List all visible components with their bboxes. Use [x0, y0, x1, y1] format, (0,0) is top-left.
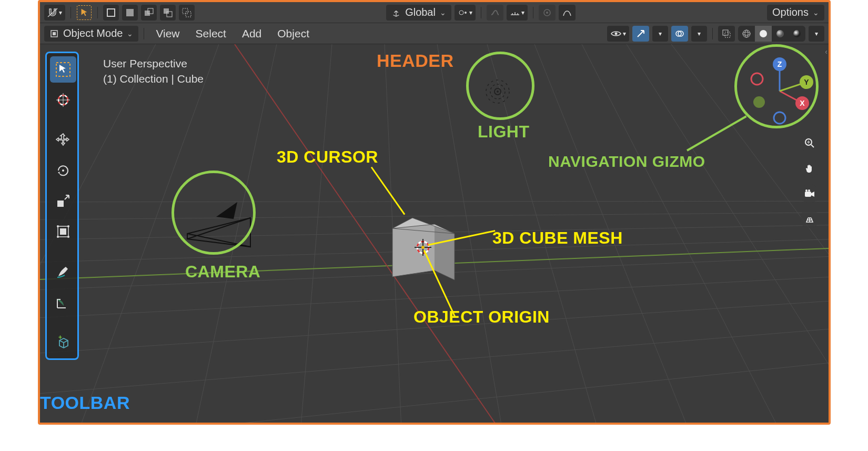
xray-toggle[interactable]: [718, 26, 735, 42]
n-panel-toggle[interactable]: ‹: [825, 47, 827, 56]
options-dropdown[interactable]: Options ⌄: [767, 5, 824, 21]
select-box-icon: [54, 61, 72, 78]
select-tool-indicator[interactable]: [76, 5, 92, 21]
gizmo-options-dropdown[interactable]: ▾: [652, 26, 668, 42]
transform-orientation-dropdown[interactable]: Global ⌄: [386, 5, 451, 21]
camera-view-button[interactable]: [800, 184, 819, 203]
perspective-label: User Perspective: [103, 56, 204, 71]
snap-options-dropdown[interactable]: ▾: [507, 5, 528, 21]
separator: [97, 7, 98, 18]
svg-point-22: [745, 30, 748, 37]
wireframe-sphere-icon: [741, 28, 752, 39]
overlays-toggle[interactable]: [671, 26, 688, 42]
viewport-nav-buttons: [800, 134, 819, 228]
chevron-down-icon: ⌄: [127, 29, 133, 38]
pivot-dropdown[interactable]: ▾: [455, 5, 476, 21]
annotation-circle-gizmo: [734, 44, 819, 128]
svg-point-76: [57, 236, 59, 238]
move-icon: [55, 132, 71, 148]
grid-perspective-icon: [804, 214, 815, 224]
annotation-cube-mesh: 3D CUBE MESH: [492, 228, 623, 248]
tool-cursor[interactable]: [50, 87, 76, 113]
overlays-options-dropdown[interactable]: ▾: [691, 26, 707, 42]
shading-wireframe[interactable]: [738, 26, 755, 42]
snap-toggle[interactable]: [487, 5, 503, 21]
perspective-toggle-button[interactable]: [800, 209, 819, 228]
annotation-object-origin: OBJECT ORIGIN: [413, 307, 550, 327]
svg-rect-1: [107, 9, 115, 16]
shading-options-dropdown[interactable]: ▾: [809, 26, 824, 42]
tool-rotate[interactable]: [50, 157, 76, 184]
3d-viewport[interactable]: User Perspective (1) Collection | Cube: [40, 44, 829, 423]
tool-annotate[interactable]: [50, 258, 76, 285]
selection-mode-3[interactable]: [141, 5, 157, 21]
svg-point-9: [459, 11, 463, 15]
svg-point-77: [67, 236, 69, 238]
scale-icon: [55, 193, 71, 209]
overlays-icon: [674, 28, 685, 39]
header-row-2: Object Mode ⌄ View Select Add Object ▾ ▾…: [40, 23, 829, 44]
selection-mode-2[interactable]: [122, 5, 138, 21]
svg-rect-72: [60, 228, 66, 235]
squares-subtract-icon: [163, 8, 173, 17]
chevron-down-icon: ⌄: [813, 8, 819, 17]
selection-mode-1[interactable]: [103, 5, 119, 21]
svg-point-74: [57, 225, 59, 227]
eye-icon: [610, 29, 622, 38]
proportional-falloff-dropdown[interactable]: [559, 5, 576, 21]
add-cube-icon: +: [55, 334, 71, 350]
svg-point-23: [760, 30, 767, 37]
svg-rect-71: [57, 201, 64, 207]
blender-3d-viewport-window: ▾ Global ⌄ ▾ ▾: [38, 0, 831, 425]
separator: [712, 28, 713, 39]
axes-icon: [391, 8, 401, 17]
menu-select[interactable]: Select: [189, 26, 233, 42]
svg-rect-19: [725, 32, 730, 37]
tool-add-primitive[interactable]: +: [50, 329, 76, 355]
svg-point-56: [421, 246, 425, 249]
mode-dropdown[interactable]: Object Mode ⌄: [44, 26, 138, 42]
rendered-sphere-icon: [792, 28, 802, 39]
svg-rect-2: [126, 9, 134, 16]
menu-object[interactable]: Object: [271, 26, 316, 42]
svg-point-15: [615, 32, 618, 35]
shading-solid[interactable]: [755, 26, 772, 42]
tool-measure[interactable]: [50, 289, 76, 315]
transform-orientation-label: Global: [405, 6, 436, 18]
svg-line-30: [40, 294, 829, 360]
menu-view[interactable]: View: [149, 26, 186, 42]
proportional-edit-toggle[interactable]: [539, 5, 556, 21]
separator: [533, 7, 533, 18]
tool-move[interactable]: [50, 127, 76, 153]
pan-button[interactable]: [800, 159, 819, 178]
measure-ruler-icon: [55, 294, 71, 310]
shading-rendered[interactable]: [789, 26, 805, 42]
menu-add[interactable]: Add: [236, 26, 268, 42]
annotate-pencil-icon: [55, 264, 71, 279]
shading-material[interactable]: [772, 26, 789, 42]
magnet-snap-dropdown[interactable]: ▾: [44, 5, 65, 21]
magnet-icon: [47, 7, 58, 18]
cube-mesh[interactable]: [371, 202, 466, 297]
rotate-icon: [55, 163, 71, 178]
svg-line-32: [40, 352, 829, 423]
tool-transform[interactable]: [50, 218, 76, 245]
zoom-button[interactable]: [800, 134, 819, 153]
svg-point-70: [62, 169, 64, 172]
svg-text:+: +: [58, 334, 62, 341]
tool-scale[interactable]: [50, 188, 76, 214]
camera-icon: [804, 188, 815, 199]
annotation-nav-gizmo: NAVIGATION GIZMO: [548, 153, 705, 171]
selection-mode-4[interactable]: [160, 5, 176, 21]
visibility-dropdown[interactable]: ▾: [607, 26, 629, 42]
annotation-light: LIGHT: [478, 122, 529, 142]
svg-point-21: [743, 32, 750, 35]
tool-select-box[interactable]: [50, 56, 76, 83]
gizmo-toggle[interactable]: [632, 26, 649, 42]
magnify-plus-icon: [804, 138, 815, 148]
svg-point-75: [67, 225, 69, 227]
svg-point-20: [743, 30, 750, 37]
mode-label: Object Mode: [63, 27, 123, 39]
selection-mode-5[interactable]: [179, 5, 195, 21]
annotation-header: HEADER: [377, 51, 454, 71]
